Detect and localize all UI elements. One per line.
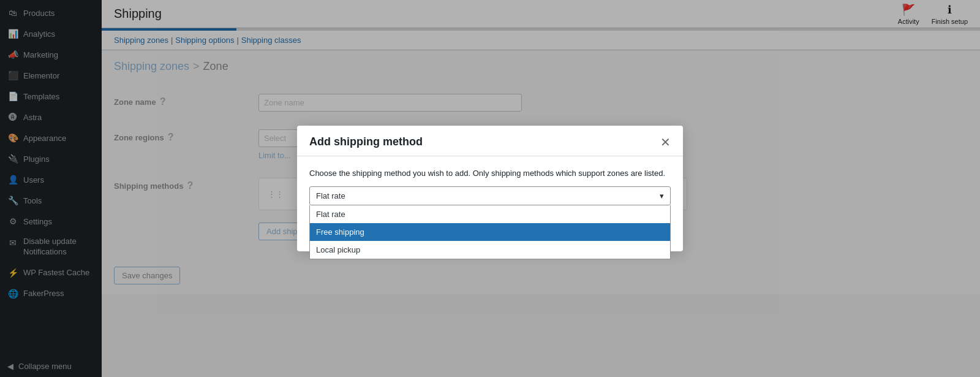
dropdown-option-flat-rate[interactable]: Flat rate bbox=[310, 205, 670, 223]
dropdown-chevron-icon: ▾ bbox=[660, 191, 664, 200]
modal-body: Choose the shipping method you wish to a… bbox=[297, 156, 683, 218]
dropdown-selected[interactable]: Flat rate ▾ bbox=[309, 186, 671, 205]
add-shipping-method-modal: Add shipping method ✕ Choose the shippin… bbox=[297, 126, 683, 251]
modal-title: Add shipping method bbox=[309, 135, 423, 148]
modal-backdrop: Add shipping method ✕ Choose the shippin… bbox=[102, 0, 980, 377]
dropdown-selected-label: Flat rate bbox=[316, 191, 345, 200]
dropdown-list: Flat rate Free shipping Local pickup bbox=[309, 205, 671, 259]
modal-close-button[interactable]: ✕ bbox=[660, 136, 671, 148]
modal-header: Add shipping method ✕ bbox=[297, 126, 683, 156]
modal-description: Choose the shipping method you wish to a… bbox=[309, 169, 671, 178]
dropdown-option-free-shipping[interactable]: Free shipping bbox=[310, 223, 670, 241]
shipping-method-dropdown: Flat rate ▾ Flat rate Free shipping Loca… bbox=[309, 186, 671, 205]
main-content: Shipping 🚩 Activity ℹ Finish setup Shipp… bbox=[102, 0, 980, 377]
dropdown-option-local-pickup[interactable]: Local pickup bbox=[310, 241, 670, 259]
